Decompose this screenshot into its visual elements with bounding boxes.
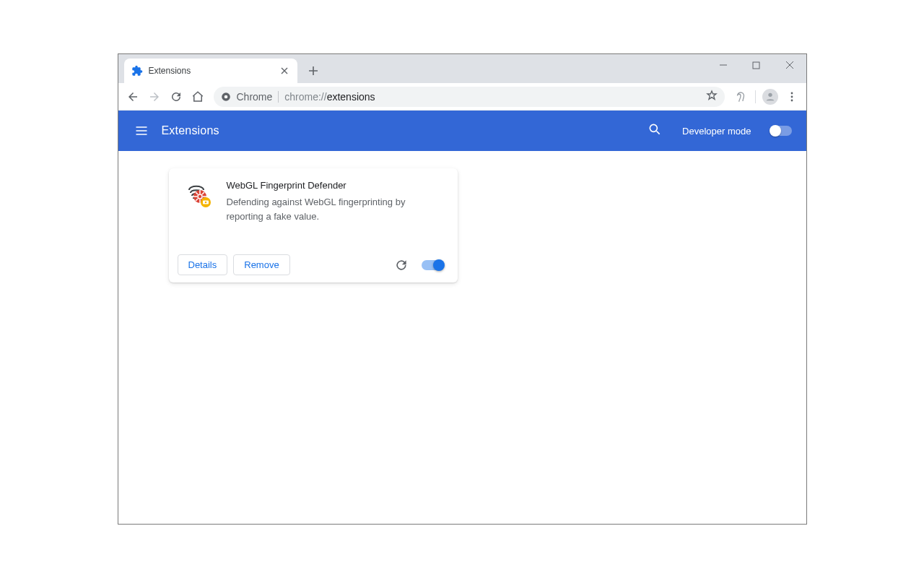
page-title: Extensions (162, 124, 219, 137)
reload-page-button[interactable] (166, 87, 186, 107)
maximize-button[interactable] (740, 54, 773, 76)
minimize-button[interactable] (707, 54, 740, 76)
browser-window: Extensions (118, 53, 807, 525)
remove-button[interactable]: Remove (233, 254, 289, 275)
svg-point-2 (224, 95, 227, 98)
fingerprint-extension-icon[interactable] (731, 87, 751, 107)
extensions-list: WebGL Fingerprint Defender Defending aga… (118, 151, 806, 524)
tab-strip: Extensions (118, 54, 806, 83)
svg-point-5 (790, 95, 793, 98)
menu-button[interactable] (133, 122, 150, 139)
bookmark-star-button[interactable] (706, 90, 718, 103)
omnibox-security-label: Chrome (237, 91, 273, 103)
toolbar-separator (755, 90, 756, 103)
tab-title: Extensions (149, 66, 279, 76)
puzzle-icon (131, 65, 143, 77)
svg-rect-0 (753, 62, 759, 69)
close-tab-button[interactable] (279, 65, 290, 77)
reload-extension-button[interactable] (391, 255, 411, 275)
svg-point-7 (650, 124, 657, 131)
svg-point-4 (790, 92, 793, 94)
svg-point-6 (790, 99, 793, 101)
developer-mode-label: Developer mode (682, 126, 751, 137)
profile-avatar-button[interactable] (760, 87, 780, 107)
omnibox-separator (278, 91, 279, 103)
forward-button[interactable] (144, 87, 165, 107)
developer-mode-toggle[interactable] (770, 126, 792, 136)
search-extensions-button[interactable] (648, 122, 662, 139)
home-button[interactable] (188, 87, 208, 107)
chrome-icon (221, 92, 231, 102)
svg-point-12 (204, 202, 206, 204)
browser-menu-button[interactable] (782, 87, 802, 107)
back-button[interactable] (123, 87, 143, 107)
browser-toolbar: Chrome chrome://extensions (118, 83, 806, 111)
extension-description: Defending against WebGL fingerprinting b… (227, 195, 443, 223)
extensions-appbar: Extensions Developer mode (118, 111, 806, 151)
extension-name: WebGL Fingerprint Defender (227, 180, 443, 191)
tab-extensions[interactable]: Extensions (124, 59, 297, 83)
details-button[interactable]: Details (178, 254, 228, 275)
new-tab-button[interactable] (303, 61, 323, 81)
window-controls (707, 54, 806, 76)
close-window-button[interactable] (773, 54, 806, 76)
svg-point-3 (768, 92, 772, 96)
omnibox[interactable]: Chrome chrome://extensions (214, 87, 725, 107)
extension-icon (183, 180, 212, 209)
extension-enable-toggle[interactable] (422, 260, 443, 270)
omnibox-url: chrome://extensions (284, 91, 375, 103)
extension-card: WebGL Fingerprint Defender Defending aga… (169, 168, 458, 282)
